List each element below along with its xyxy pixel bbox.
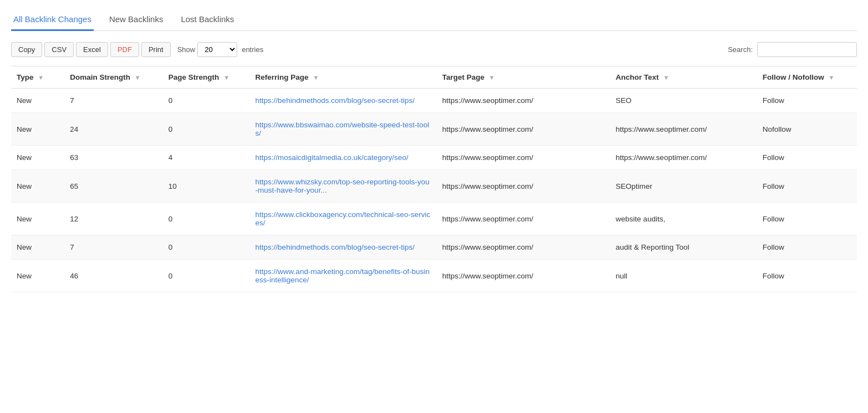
cell-anchor-text: website audits, — [610, 203, 757, 235]
cell-target-page: https://www.seoptimer.com/ — [437, 146, 610, 170]
entries-text: entries — [242, 45, 263, 54]
cell-anchor-text: https://www.seoptimer.com/ — [610, 146, 757, 170]
cell-domain-strength: 7 — [64, 89, 163, 113]
cell-domain-strength: 63 — [64, 146, 163, 170]
cell-follow-nofollow: Follow — [757, 170, 857, 203]
cell-page-strength: 0 — [163, 113, 250, 146]
copy-button[interactable]: Copy — [11, 42, 42, 57]
csv-button[interactable]: CSV — [44, 42, 74, 57]
cell-target-page: https://www.seoptimer.com/ — [437, 113, 610, 146]
search-label: Search: — [728, 45, 753, 54]
col-header-target-page[interactable]: Target Page ▼ — [437, 66, 610, 89]
table-row: New70https://behindmethods.com/blog/seo-… — [11, 89, 857, 113]
search-input[interactable] — [757, 42, 857, 57]
excel-button[interactable]: Excel — [76, 42, 108, 57]
cell-referring-page[interactable]: https://www.and-marketing.com/tag/benefi… — [250, 260, 437, 292]
cell-target-page: https://www.seoptimer.com/ — [437, 89, 610, 113]
print-button[interactable]: Print — [141, 42, 171, 57]
cell-referring-page[interactable]: https://behindmethods.com/blog/seo-secre… — [250, 235, 437, 260]
cell-anchor-text: null — [610, 260, 757, 292]
cell-domain-strength: 12 — [64, 203, 163, 235]
cell-domain-strength: 65 — [64, 170, 163, 203]
sort-icon-anchor: ▼ — [663, 74, 669, 81]
col-header-type[interactable]: Type ▼ — [11, 66, 64, 89]
cell-anchor-text: https://www.seoptimer.com/ — [610, 113, 757, 146]
cell-anchor-text: SEO — [610, 89, 757, 113]
cell-type: New — [11, 113, 64, 146]
table-row: New70https://behindmethods.com/blog/seo-… — [11, 235, 857, 260]
show-label: Show — [177, 45, 196, 54]
entries-select[interactable]: 20 50 100 — [197, 42, 237, 57]
cell-page-strength: 0 — [163, 235, 250, 260]
cell-target-page: https://www.seoptimer.com/ — [437, 170, 610, 203]
cell-target-page: https://www.seoptimer.com/ — [437, 260, 610, 292]
sort-icon-referring: ▼ — [313, 74, 319, 81]
sort-icon-target: ▼ — [489, 74, 495, 81]
table-row: New120https://www.clickboxagency.com/tec… — [11, 203, 857, 235]
table-row: New460https://www.and-marketing.com/tag/… — [11, 260, 857, 292]
pdf-button[interactable]: PDF — [110, 42, 139, 57]
sort-icon-page: ▼ — [223, 74, 229, 81]
sort-icon-domain: ▼ — [135, 74, 141, 81]
cell-referring-page[interactable]: https://www.whizsky.com/top-seo-reportin… — [250, 170, 437, 203]
cell-page-strength: 4 — [163, 146, 250, 170]
col-header-follow-nofollow[interactable]: Follow / Nofollow ▼ — [757, 66, 857, 89]
col-header-anchor-text[interactable]: Anchor Text ▼ — [610, 66, 757, 89]
cell-page-strength: 0 — [163, 89, 250, 113]
table-header-row: Type ▼ Domain Strength ▼ Page Strength ▼… — [11, 66, 857, 89]
backlinks-table: Type ▼ Domain Strength ▼ Page Strength ▼… — [11, 66, 857, 292]
cell-domain-strength: 24 — [64, 113, 163, 146]
cell-page-strength: 10 — [163, 170, 250, 203]
cell-anchor-text: SEOptimer — [610, 170, 757, 203]
cell-target-page: https://www.seoptimer.com/ — [437, 235, 610, 260]
cell-referring-page[interactable]: https://www.bbswaimao.com/website-speed-… — [250, 113, 437, 146]
cell-referring-page[interactable]: https://www.clickboxagency.com/technical… — [250, 203, 437, 235]
cell-domain-strength: 7 — [64, 235, 163, 260]
cell-page-strength: 0 — [163, 260, 250, 292]
table-row: New634https://mosaicdigitalmedia.co.uk/c… — [11, 146, 857, 170]
table-row: New240https://www.bbswaimao.com/website-… — [11, 113, 857, 146]
cell-follow-nofollow: Follow — [757, 89, 857, 113]
cell-domain-strength: 46 — [64, 260, 163, 292]
cell-follow-nofollow: Follow — [757, 260, 857, 292]
cell-target-page: https://www.seoptimer.com/ — [437, 203, 610, 235]
cell-type: New — [11, 170, 64, 203]
table-row: New6510https://www.whizsky.com/top-seo-r… — [11, 170, 857, 203]
cell-type: New — [11, 146, 64, 170]
cell-type: New — [11, 235, 64, 260]
cell-referring-page[interactable]: https://behindmethods.com/blog/seo-secre… — [250, 89, 437, 113]
col-header-referring-page[interactable]: Referring Page ▼ — [250, 66, 437, 89]
cell-referring-page[interactable]: https://mosaicdigitalmedia.co.uk/categor… — [250, 146, 437, 170]
search-container: Search: — [728, 42, 857, 57]
toolbar: Copy CSV Excel PDF Print Show 20 50 100 … — [11, 42, 857, 57]
sort-icon-follow: ▼ — [829, 74, 835, 81]
tab-new-backlinks[interactable]: New Backlinks — [107, 9, 166, 31]
col-header-domain-strength[interactable]: Domain Strength ▼ — [64, 66, 163, 89]
cell-follow-nofollow: Nofollow — [757, 113, 857, 146]
sort-icon-type: ▼ — [38, 74, 44, 81]
cell-type: New — [11, 260, 64, 292]
cell-type: New — [11, 203, 64, 235]
tab-bar: All Backlink Changes New Backlinks Lost … — [11, 9, 857, 31]
col-header-page-strength[interactable]: Page Strength ▼ — [163, 66, 250, 89]
cell-follow-nofollow: Follow — [757, 146, 857, 170]
cell-anchor-text: audit & Reporting Tool — [610, 235, 757, 260]
tab-lost-backlinks[interactable]: Lost Backlinks — [178, 9, 236, 31]
cell-follow-nofollow: Follow — [757, 203, 857, 235]
tab-all-backlink-changes[interactable]: All Backlink Changes — [11, 9, 94, 31]
cell-type: New — [11, 89, 64, 113]
cell-follow-nofollow: Follow — [757, 235, 857, 260]
cell-page-strength: 0 — [163, 203, 250, 235]
